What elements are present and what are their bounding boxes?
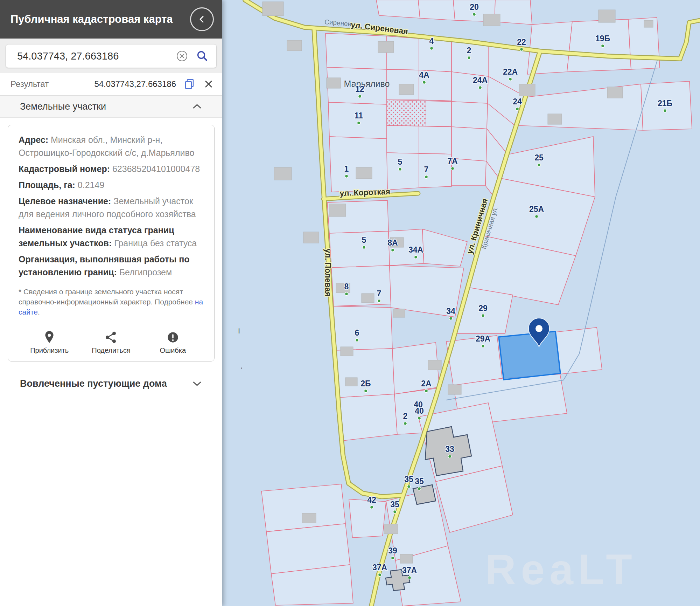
parcel-number: 22: [517, 37, 526, 47]
parcel-point: [399, 168, 402, 171]
parcel-point: [418, 487, 421, 490]
action-label: Ошибка: [160, 346, 186, 354]
building: [400, 554, 413, 563]
parcel-number: 6: [355, 328, 359, 337]
building: [302, 513, 316, 523]
parcel-number: 33: [445, 445, 454, 454]
cadastral-parcel[interactable]: [349, 499, 386, 538]
parcel-point: [482, 314, 485, 317]
parcel-number: 7: [424, 165, 429, 174]
map-canvas[interactable]: ул. СиреневаяСиреневул. Короткаяул. Поле…: [222, 0, 700, 606]
parcel-number: 2: [467, 46, 471, 55]
building: [329, 204, 346, 216]
copy-icon: [184, 78, 196, 90]
parcel-point: [425, 175, 428, 179]
parcel-point: [358, 95, 362, 98]
search-input[interactable]: [16, 50, 168, 62]
app: Публичная кадастровая карта: [0, 0, 700, 606]
parcel-point: [451, 167, 454, 170]
parcel-point: [370, 506, 373, 509]
cadastral-parcel[interactable]: [451, 127, 487, 161]
map-container[interactable]: ул. СиреневаяСиреневул. Короткаяул. Поле…: [222, 0, 700, 606]
chevron-up-icon: [191, 103, 203, 110]
field-border-status: Наименование вида статуса границ земельн…: [19, 224, 204, 250]
cadastral-parcel[interactable]: [376, 0, 420, 18]
section-land-parcels[interactable]: Земельные участки: [0, 96, 222, 118]
parcel-number: 29А: [476, 334, 490, 343]
zoom-to-parcel-button[interactable]: Приблизить: [19, 331, 80, 355]
share-button[interactable]: Поделиться: [80, 331, 142, 355]
cadastral-parcel[interactable]: [334, 306, 392, 350]
section-empty-homes[interactable]: Вовлеченные пустующие дома: [0, 370, 222, 397]
parcel-point: [378, 573, 382, 577]
parcel-number: 2А: [421, 379, 431, 388]
building: [362, 294, 374, 303]
parcel-point: [538, 164, 541, 167]
close-result-button[interactable]: [203, 79, 214, 89]
cadastral-parcel[interactable]: [555, 328, 602, 374]
parcel-number: 25: [534, 153, 544, 162]
cadastral-parcel[interactable]: [387, 125, 419, 153]
result-coordinates: 54.037743,27.663186: [94, 79, 176, 89]
cadastral-parcel[interactable]: [418, 0, 455, 20]
result-label: Результат: [10, 79, 49, 89]
parcel-point: [345, 292, 348, 296]
cadastral-parcel[interactable]: [387, 153, 419, 190]
parcel-point: [418, 417, 421, 420]
error-icon: [167, 331, 179, 344]
cadastral-parcel[interactable]: [567, 19, 631, 72]
cadastral-parcel[interactable]: [326, 33, 387, 69]
cadastral-parcel[interactable]: [419, 126, 451, 154]
field-cadastral-number: Кадастровый номер: 623685204101000478: [19, 163, 204, 175]
parcel-point: [408, 576, 411, 579]
building: [262, 2, 284, 16]
cadastral-parcel[interactable]: [419, 39, 451, 72]
cadastral-parcel[interactable]: [338, 394, 397, 441]
parcel-point: [482, 345, 485, 348]
clear-search-button[interactable]: [176, 50, 188, 62]
sidebar: Публичная кадастровая карта: [0, 0, 222, 606]
cadastral-parcel[interactable]: [451, 102, 488, 129]
parcel-number: 42: [367, 495, 376, 504]
parcel-number: 8: [344, 282, 349, 291]
parcel-number: 5: [398, 157, 402, 166]
parcel-number: 35: [390, 500, 399, 509]
parcel-point: [448, 455, 451, 458]
field-label: Адрес:: [19, 135, 48, 145]
building: [378, 41, 394, 53]
parcel-number: 21Б: [658, 99, 672, 108]
parcel-point: [601, 44, 604, 48]
field-value: Белгипрозем: [119, 267, 172, 277]
cadastral-parcel[interactable]: [261, 484, 345, 532]
sidebar-header: Публичная кадастровая карта: [0, 0, 222, 39]
field-address: Адрес: Минская обл., Минский р-н, Острош…: [19, 133, 204, 159]
parcel-info-card: Адрес: Минская обл., Минский р-н, Острош…: [8, 125, 215, 361]
field-label: Целевое назначение:: [19, 196, 111, 206]
copy-coordinates-button[interactable]: [184, 78, 196, 90]
cadastral-parcel[interactable]: [328, 102, 387, 139]
parcel-point: [423, 81, 426, 84]
cadastral-parcel[interactable]: [426, 101, 451, 126]
dotted-parcel[interactable]: [387, 100, 426, 126]
action-label: Поделиться: [92, 346, 130, 354]
building: [274, 167, 292, 180]
parcel-point: [404, 422, 407, 425]
search-zone: [0, 39, 222, 73]
selected-parcel[interactable]: [499, 331, 560, 380]
parcel-number: 2Б: [360, 379, 371, 388]
report-error-button[interactable]: Ошибка: [142, 331, 204, 355]
building: [448, 385, 461, 394]
parcel-point: [356, 339, 359, 342]
cadastral-parcel[interactable]: [329, 231, 390, 268]
collapse-panel-button[interactable]: [190, 7, 214, 31]
parcel-point: [479, 86, 482, 89]
parcel-point: [391, 557, 394, 560]
parcel-point: [664, 109, 667, 112]
cadastral-parcel[interactable]: [329, 137, 387, 192]
parcel-number: 8А: [387, 238, 398, 247]
action-label: Приблизить: [30, 346, 69, 354]
share-icon: [105, 331, 117, 344]
parcel-number: 35: [415, 477, 424, 486]
parcel-point: [425, 390, 428, 393]
search-button[interactable]: [196, 50, 209, 62]
